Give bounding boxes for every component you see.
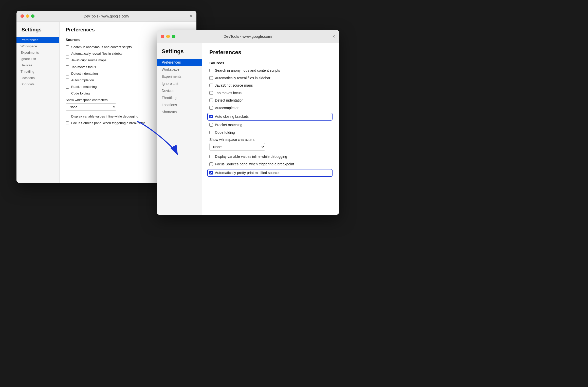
checkbox-displayvar-2[interactable]: Display variable values inline while deb…: [209, 154, 332, 159]
sidebar-item-workspace-1[interactable]: Workspace: [16, 43, 59, 49]
checkbox-reveal-label-2: Automatically reveal files in sidebar: [215, 76, 270, 81]
minimize-button-1[interactable]: [26, 14, 29, 18]
close-button-2[interactable]: [161, 35, 164, 38]
sidebar-item-preferences-2[interactable]: Preferences: [157, 59, 202, 66]
checkbox-prettyprint-label-2: Automatically pretty print minified sour…: [215, 170, 280, 176]
maximize-button-2[interactable]: [172, 35, 175, 38]
checkbox-bracketmatch-label-1: Bracket matching: [71, 85, 97, 89]
checkbox-sourcemaps-label-2: JavaScript source maps: [215, 83, 253, 88]
checkbox-tabfocus-input-2[interactable]: [209, 91, 213, 95]
checkbox-anonymous-input-1[interactable]: [66, 45, 69, 49]
checkbox-sourcemaps-input-1[interactable]: [66, 59, 69, 62]
sidebar-heading-2: Settings: [157, 48, 202, 59]
sidebar-item-experiments-1[interactable]: Experiments: [16, 49, 59, 56]
close-button-1[interactable]: [21, 14, 24, 18]
checkbox-reveal-input-1[interactable]: [66, 52, 69, 55]
checkbox-indent-label-2: Detect indentation: [215, 98, 244, 103]
checkbox-focussources-label-1: Focus Sources panel when triggering a br…: [71, 121, 145, 125]
maximize-button-1[interactable]: [31, 14, 34, 18]
checkbox-displayvar-input-1[interactable]: [66, 115, 69, 118]
checkbox-focussources-input-1[interactable]: [66, 121, 69, 125]
whitespace-select-row-2: Show whitespace characters: None All Tra…: [209, 138, 332, 151]
sidebar-item-devices-1[interactable]: Devices: [16, 62, 59, 68]
sidebar-1: Settings Preferences Workspace Experimen…: [16, 22, 60, 183]
sidebar-item-shortcuts-2[interactable]: Shortcuts: [157, 108, 202, 115]
checkbox-bracketmatch-2[interactable]: Bracket matching: [209, 123, 332, 128]
checkbox-displayvar-input-2[interactable]: [209, 155, 213, 158]
checkbox-autocompletion-input-1[interactable]: [66, 79, 69, 82]
checkbox-autoclosing-input-2[interactable]: [209, 115, 213, 118]
whitespace-label-2: Show whitespace characters:: [209, 138, 332, 142]
sidebar-item-locations-1[interactable]: Locations: [16, 75, 59, 81]
checkbox-tabfocus-input-1[interactable]: [66, 65, 69, 69]
titlebar-1: DevTools - www.google.com/ ×: [16, 11, 196, 22]
checkbox-displayvar-label-2: Display variable values inline while deb…: [215, 154, 287, 159]
sidebar-item-experiments-2[interactable]: Experiments: [157, 73, 202, 80]
checkbox-focussources-label-2: Focus Sources panel when triggering a br…: [215, 162, 294, 167]
sidebar-item-workspace-2[interactable]: Workspace: [157, 66, 202, 73]
checkbox-prettyprint-input-2[interactable]: [209, 171, 213, 175]
whitespace-select-2[interactable]: None All Trailing: [209, 143, 265, 151]
minimize-button-2[interactable]: [166, 35, 170, 38]
traffic-lights-1[interactable]: [21, 14, 34, 18]
checkbox-indent-input-2[interactable]: [209, 99, 213, 102]
sidebar-item-ignorelist-2[interactable]: Ignore List: [157, 80, 202, 87]
checkbox-tabfocus-label-2: Tab moves focus: [215, 91, 242, 96]
traffic-lights-2[interactable]: [161, 35, 175, 38]
checkbox-reveal-2[interactable]: Automatically reveal files in sidebar: [209, 76, 332, 81]
checkbox-sourcemaps-2[interactable]: JavaScript source maps: [209, 83, 332, 88]
titlebar-title-2: DevTools - www.google.com/: [224, 34, 272, 38]
checkbox-anonymous-input-2[interactable]: [209, 69, 213, 72]
sidebar-item-devices-2[interactable]: Devices: [157, 87, 202, 94]
checkbox-codefolding-2[interactable]: Code folding: [209, 130, 332, 135]
checkbox-reveal-input-2[interactable]: [209, 76, 213, 80]
content-title-2: Preferences: [209, 49, 332, 56]
checkbox-autocompletion-label-1: Autocompletion: [71, 78, 94, 83]
checkbox-anonymous-2[interactable]: Search in anonymous and content scripts: [209, 68, 332, 73]
content-2: Preferences Sources Search in anonymous …: [202, 43, 339, 215]
titlebar-title-1: DevTools - www.google.com/: [84, 14, 129, 18]
sidebar-2: Settings Preferences Workspace Experimen…: [157, 43, 202, 215]
checkbox-codefolding-label-1: Code folding: [71, 91, 90, 96]
settings-close-button-1[interactable]: ×: [190, 14, 192, 18]
checkbox-codefolding-input-2[interactable]: [209, 131, 213, 134]
checkbox-autocompletion-label-2: Autocompletion: [215, 106, 240, 111]
checkbox-anonymous-label-1: Search in anonymous and content scripts: [71, 45, 132, 49]
checkbox-autocompletion-2[interactable]: Autocompletion: [209, 106, 332, 111]
checkbox-sourcemaps-label-1: JavaScript source maps: [71, 58, 106, 63]
checkbox-focussources-2[interactable]: Focus Sources panel when triggering a br…: [209, 162, 332, 167]
checkbox-focussources-input-2[interactable]: [209, 162, 213, 166]
whitespace-select-1[interactable]: None All Trailing: [66, 103, 116, 111]
checkbox-indent-input-1[interactable]: [66, 72, 69, 75]
checkbox-autoclosing-2[interactable]: Auto closing brackets: [208, 113, 332, 120]
checkbox-autocompletion-input-2[interactable]: [209, 106, 213, 110]
devtools-window-2: DevTools - www.google.com/ × Settings Pr…: [157, 30, 339, 215]
sidebar-heading-1: Settings: [16, 27, 59, 37]
checkbox-codefolding-label-2: Code folding: [215, 130, 235, 135]
sidebar-item-throttling-2[interactable]: Throttling: [157, 94, 202, 101]
window-body-2: Settings Preferences Workspace Experimen…: [157, 43, 339, 215]
sidebar-item-locations-2[interactable]: Locations: [157, 101, 202, 108]
checkbox-indent-label-1: Detect indentation: [71, 71, 98, 76]
sidebar-item-ignorelist-1[interactable]: Ignore List: [16, 56, 59, 62]
checkbox-tabfocus-label-1: Tab moves focus: [71, 65, 96, 69]
checkbox-tabfocus-2[interactable]: Tab moves focus: [209, 91, 332, 96]
sidebar-item-preferences-1[interactable]: Preferences: [16, 37, 59, 43]
checkbox-sourcemaps-input-2[interactable]: [209, 84, 213, 87]
checkbox-codefolding-input-1[interactable]: [66, 92, 69, 95]
checkbox-indent-2[interactable]: Detect indentation: [209, 98, 332, 103]
sidebar-item-throttling-1[interactable]: Throttling: [16, 68, 59, 75]
checkbox-bracketmatch-input-1[interactable]: [66, 85, 69, 89]
settings-close-button-2[interactable]: ×: [332, 34, 335, 39]
checkbox-prettyprint-2[interactable]: Automatically pretty print minified sour…: [208, 169, 332, 177]
checkbox-bracketmatch-label-2: Bracket matching: [215, 123, 242, 128]
checkbox-displayvar-label-1: Display variable values inline while deb…: [71, 114, 138, 119]
checkbox-anonymous-label-2: Search in anonymous and content scripts: [215, 68, 280, 73]
sources-section-title-2: Sources: [209, 61, 332, 65]
checkbox-bracketmatch-input-2[interactable]: [209, 123, 213, 127]
sidebar-item-shortcuts-1[interactable]: Shortcuts: [16, 81, 59, 87]
checkbox-reveal-label-1: Automatically reveal files in sidebar: [71, 51, 123, 56]
checkbox-autoclosing-label-2: Auto closing brackets: [215, 114, 249, 119]
titlebar-2: DevTools - www.google.com/ ×: [157, 30, 339, 43]
